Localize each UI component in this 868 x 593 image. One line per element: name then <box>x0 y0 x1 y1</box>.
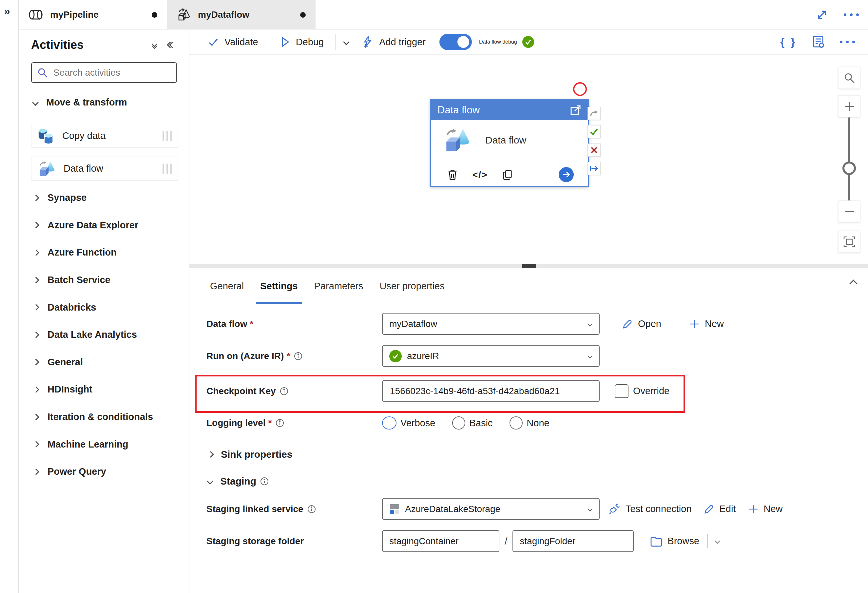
category-power-query[interactable]: Power Query <box>19 458 189 485</box>
next-arrow-icon[interactable] <box>588 162 601 175</box>
unsaved-dot-icon <box>300 12 306 18</box>
info-icon <box>260 477 269 485</box>
tab-mypipeline[interactable]: myPipeline <box>19 0 167 29</box>
delete-trash-icon[interactable] <box>447 169 458 181</box>
test-connection-button[interactable]: Test connection <box>608 503 692 515</box>
activities-header: Activities <box>31 38 179 52</box>
info-icon <box>294 352 303 360</box>
category-machine-learning[interactable]: Machine Learning <box>19 431 189 458</box>
checkpoint-key-label: Checkpoint Key <box>207 386 382 397</box>
data-flow-label: Data flow* <box>207 319 382 329</box>
staging-container-input[interactable] <box>388 535 493 547</box>
pipeline-settings-list-icon[interactable] <box>811 35 825 49</box>
tab-mydataflow[interactable]: myDataflow <box>167 0 316 29</box>
zoom-slider-track[interactable] <box>848 117 850 201</box>
go-arrow-circle-icon[interactable] <box>559 167 574 182</box>
override-label: Override <box>633 386 669 397</box>
tab-general[interactable]: General <box>202 268 252 304</box>
error-x-icon[interactable] <box>588 143 601 156</box>
tab-parameters[interactable]: Parameters <box>306 268 372 304</box>
more-options-icon[interactable] <box>840 41 855 43</box>
section-move-and-transform[interactable]: Move & transform <box>33 97 127 108</box>
node-header: Data flow <box>431 100 588 120</box>
staging-group[interactable]: Staging <box>207 474 868 488</box>
dataflow-icon <box>177 7 191 22</box>
rerun-arrow-icon[interactable] <box>588 107 601 120</box>
resize-diagonal-icon[interactable] <box>816 9 828 21</box>
new-dataflow-button[interactable]: New <box>689 319 724 330</box>
path-separator: / <box>505 535 507 547</box>
zoom-slider-thumb[interactable] <box>843 162 856 175</box>
tab-settings[interactable]: Settings <box>252 268 306 304</box>
left-rail: » <box>0 0 19 593</box>
more-options-icon[interactable] <box>844 13 859 16</box>
staging-folder-input-wrap <box>512 530 634 552</box>
data-flow-icon <box>443 127 472 153</box>
add-trigger-button[interactable]: Add trigger <box>362 35 426 49</box>
open-in-new-icon[interactable] <box>570 104 582 116</box>
activity-config-panel: General Settings Parameters User propert… <box>189 268 868 593</box>
zoom-in-button[interactable] <box>838 95 860 117</box>
staging-folder-input[interactable] <box>519 535 627 547</box>
data-flow-select[interactable]: myDataflow <box>382 313 599 335</box>
chevron-down-icon <box>588 506 593 512</box>
category-data-lake-analytics[interactable]: Data Lake Analytics <box>19 321 189 348</box>
data-flow-icon <box>37 160 56 178</box>
browse-button[interactable]: Browse <box>650 535 699 547</box>
success-check-icon[interactable] <box>588 125 601 138</box>
search-activities-box[interactable] <box>31 62 177 83</box>
view-code-icon[interactable]: </> <box>474 170 486 180</box>
category-general[interactable]: General <box>19 348 189 376</box>
activity-copy-data[interactable]: Copy data <box>31 124 178 148</box>
debug-dropdown-chevron-icon[interactable] <box>343 39 350 45</box>
tab-user-properties[interactable]: User properties <box>371 268 453 304</box>
canvas-search-button[interactable] <box>838 67 860 89</box>
chevron-right-icon <box>33 414 39 420</box>
logging-level-row: Logging level* Verbose Basic None <box>207 412 868 434</box>
resource-tab-bar: myPipeline myDataflow <box>19 0 868 30</box>
drag-handle-icon[interactable] <box>162 164 172 174</box>
browse-dropdown-chevron-icon[interactable] <box>715 538 720 544</box>
checkpoint-key-input[interactable] <box>389 386 592 397</box>
search-activities-input[interactable] <box>53 67 164 78</box>
category-synapse[interactable]: Synapse <box>19 184 189 212</box>
category-hdinsight[interactable]: HDInsight <box>19 376 189 403</box>
open-dataflow-button[interactable]: Open <box>622 319 661 330</box>
edit-linked-service-button[interactable]: Edit <box>704 503 736 515</box>
collapse-sidebar-icon[interactable] <box>168 43 175 47</box>
override-checkbox[interactable] <box>615 384 629 398</box>
run-on-label: Run on (Azure IR)* <box>207 351 382 361</box>
browse-folder-icon <box>650 535 663 547</box>
radio-basic[interactable] <box>452 416 465 429</box>
dataflow-activity-node[interactable]: Data flow <box>430 99 589 187</box>
debug-button[interactable]: Debug <box>280 36 324 47</box>
new-linked-service-button[interactable]: New <box>748 503 783 515</box>
radio-none[interactable] <box>509 416 523 429</box>
staging-linked-service-select[interactable]: AzureDataLakeStorage <box>382 498 599 520</box>
annotation-circle <box>573 82 587 96</box>
run-on-select[interactable]: azureIR <box>382 345 599 367</box>
double-chevron-right-icon[interactable]: » <box>4 4 10 17</box>
fit-to-screen-button[interactable] <box>838 231 860 252</box>
code-braces-icon[interactable]: { } <box>780 36 797 48</box>
double-chevron-down-icon[interactable] <box>152 42 156 48</box>
panel-resize-handle[interactable] <box>522 264 536 268</box>
activity-data-flow[interactable]: Data flow <box>31 156 178 180</box>
drag-handle-icon[interactable] <box>162 131 172 141</box>
dataflow-debug-toggle[interactable] <box>439 34 472 50</box>
sink-properties-group[interactable]: Sink properties <box>207 447 868 462</box>
staging-linked-service-row: Staging linked service AzureDataLakeStor… <box>207 498 868 520</box>
category-azure-data-explorer[interactable]: Azure Data Explorer <box>19 212 189 239</box>
category-databricks[interactable]: Databricks <box>19 294 189 321</box>
panel-resize-divider[interactable] <box>189 264 868 268</box>
pipeline-canvas[interactable]: Data flow <box>189 55 868 264</box>
category-azure-function[interactable]: Azure Function <box>19 239 189 266</box>
zoom-out-button[interactable] <box>838 201 860 223</box>
category-iteration-conditionals[interactable]: Iteration & conditionals <box>19 403 189 431</box>
category-batch-service[interactable]: Batch Service <box>19 266 189 294</box>
chevron-right-icon <box>33 222 39 229</box>
chevron-right-icon <box>207 451 214 458</box>
validate-button[interactable]: Validate <box>208 36 258 47</box>
radio-verbose[interactable] <box>382 416 397 429</box>
clone-copy-icon[interactable] <box>502 169 514 181</box>
